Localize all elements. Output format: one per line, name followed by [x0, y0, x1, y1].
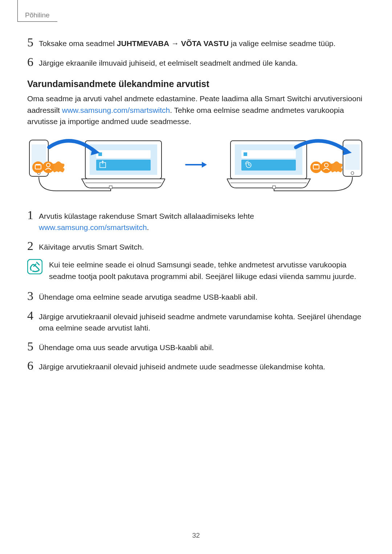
step-number: 5: [27, 340, 39, 353]
step-2: 2 Käivitage arvutis Smart Switch.: [27, 240, 365, 253]
note-text: Kui teie eelmine seade ei olnud Samsungi…: [49, 259, 365, 282]
step-text: Toksake oma seadmel JUHTMEVABA → VÕTA VA…: [39, 36, 365, 49]
svg-rect-14: [36, 164, 40, 165]
step-4: 4 Järgige arvutiekraanil olevaid juhisei…: [27, 309, 365, 334]
svg-rect-29: [345, 144, 360, 170]
step-number: 6: [27, 360, 39, 372]
arrow-separator: →: [169, 39, 181, 48]
step-text: Käivitage arvutis Smart Switch.: [39, 240, 365, 253]
svg-rect-18: [109, 186, 112, 189]
label-receive: VÕTA VASTU: [181, 39, 229, 48]
step-number: 1: [27, 209, 39, 221]
note-info-icon: [27, 259, 42, 274]
step-3: 3 Ühendage oma eelmine seade arvutiga se…: [27, 290, 365, 303]
step-number: 3: [27, 290, 39, 302]
svg-rect-24: [244, 152, 247, 156]
note-block: Kui teie eelmine seade ei olnud Samsungi…: [27, 259, 365, 282]
label-wireless: JUHTMEVABA: [117, 39, 169, 48]
svg-rect-23: [241, 150, 296, 158]
step-number: 6: [27, 56, 39, 68]
step-5b: 5 Ühendage oma uus seade arvutiga USB-ka…: [27, 340, 365, 353]
illustration-backup-icon: [27, 136, 165, 194]
step-number: 2: [27, 240, 39, 252]
header-tab-label: Põhiline: [25, 11, 50, 19]
svg-rect-37: [273, 186, 275, 189]
link-smartswitch[interactable]: www.samsung.com/smartswitch: [62, 106, 170, 114]
text-pre: Arvutis külastage rakenduse Smart Switch…: [39, 212, 254, 220]
step-text: Järgige ekraanile ilmuvaid juhiseid, et …: [39, 56, 365, 69]
transfer-diagram: [27, 136, 365, 194]
text-pre: Toksake oma seadmel: [39, 39, 117, 48]
transfer-direction-arrow-icon: [185, 160, 207, 171]
svg-rect-33: [314, 164, 318, 165]
step-text: Järgige arvutiekraanil olevaid juhiseid …: [39, 360, 365, 373]
step-5: 5 Toksake oma seadmel JUHTMEVABA → VÕTA …: [27, 36, 365, 49]
step-text: Arvutis külastage rakenduse Smart Switch…: [39, 209, 365, 233]
text-post: .: [147, 223, 149, 231]
step-6b: 6 Järgige arvutiekraanil olevaid juhisei…: [27, 360, 365, 373]
step-text: Ühendage oma uus seade arvutiga USB-kaab…: [39, 340, 365, 353]
link-smartswitch[interactable]: www.samsung.com/smartswitch: [39, 223, 147, 231]
step-text: Järgige arvutiekraanil olevaid juhiseid …: [39, 309, 365, 334]
step-text: Ühendage oma eelmine seade arvutiga sead…: [39, 290, 365, 303]
section-paragraph: Oma seadme ja arvuti vahel andmete edast…: [27, 93, 365, 127]
step-6: 6 Järgige ekraanile ilmuvaid juhiseid, e…: [27, 56, 365, 69]
step-1: 1 Arvutis külastage rakenduse Smart Swit…: [27, 209, 365, 233]
section-heading: Varundamisandmete ülekandmine arvutist: [27, 79, 365, 89]
diagram-from-device-to-laptop: [27, 136, 165, 194]
step-number: 5: [27, 36, 39, 49]
page-number: 32: [0, 532, 392, 539]
svg-rect-7: [96, 160, 151, 171]
svg-marker-20: [202, 162, 207, 168]
header-tab: Põhiline: [17, 0, 57, 22]
diagram-from-laptop-to-device: [227, 136, 365, 194]
page-content: 5 Toksake oma seadmel JUHTMEVABA → VÕTA …: [27, 36, 365, 379]
illustration-restore-icon: [227, 136, 365, 194]
svg-point-12: [32, 161, 44, 173]
text-post: ja valige eelmise seadme tüüp.: [229, 39, 335, 48]
svg-point-31: [310, 161, 322, 173]
step-number: 4: [27, 309, 39, 322]
svg-rect-5: [96, 150, 151, 158]
